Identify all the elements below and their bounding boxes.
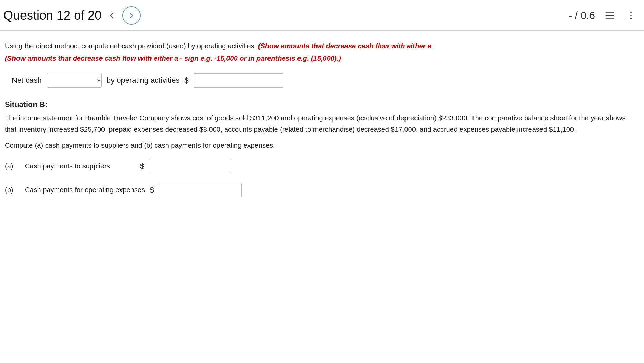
instruction-line2: (Show amounts that decrease cash flow wi… xyxy=(5,53,628,63)
net-cash-dollar: $ xyxy=(184,76,188,85)
svg-point-6 xyxy=(630,18,632,19)
part-a-dollar: $ xyxy=(140,162,144,171)
net-cash-row: Net cash provided used by operating acti… xyxy=(12,73,628,88)
instruction-line1: Using the direct method, compute net cas… xyxy=(5,41,628,51)
by-operating-label: by operating activities xyxy=(107,76,180,85)
part-a-input[interactable] xyxy=(149,159,232,173)
situation-b-title: Situation B: xyxy=(5,100,628,109)
svg-point-4 xyxy=(630,12,632,13)
svg-point-5 xyxy=(630,15,632,16)
header-right: - / 0.6 xyxy=(568,9,637,22)
instruction-red-text: (Show amounts that decrease cash flow wi… xyxy=(5,55,341,62)
part-b-input[interactable] xyxy=(159,183,242,197)
answer-row-b: (b) Cash payments for operating expenses… xyxy=(5,183,628,197)
part-a-label: (a) xyxy=(5,162,20,170)
net-cash-label: Net cash xyxy=(12,76,42,85)
content: Using the direct method, compute net cas… xyxy=(0,31,635,217)
compute-label: Compute (a) cash payments to suppliers a… xyxy=(5,141,628,149)
part-a-desc: Cash payments to suppliers xyxy=(25,162,135,170)
chevron-left-icon xyxy=(107,11,117,20)
situation-b: Situation B: The income statement for Br… xyxy=(5,100,628,197)
prev-button[interactable] xyxy=(106,9,118,22)
more-vertical-icon xyxy=(626,11,636,20)
part-b-desc: Cash payments for operating expenses xyxy=(25,186,145,194)
header-left: Question 12 of 20 xyxy=(3,6,141,25)
score-display: - / 0.6 xyxy=(568,10,595,21)
header: Question 12 of 20 - / 0.6 xyxy=(0,0,644,30)
list-icon xyxy=(605,10,615,21)
chevron-right-icon xyxy=(127,11,136,20)
list-button[interactable] xyxy=(603,9,616,22)
part-b-label: (b) xyxy=(5,186,20,194)
part-b-dollar: $ xyxy=(150,186,154,195)
more-button[interactable] xyxy=(625,9,637,22)
net-cash-dropdown[interactable]: provided used xyxy=(47,73,102,88)
question-title: Question 12 of 20 xyxy=(3,8,101,23)
next-button[interactable] xyxy=(122,6,141,25)
net-cash-input[interactable] xyxy=(194,73,283,88)
answer-row-a: (a) Cash payments to suppliers $ xyxy=(5,159,628,173)
instruction-text: Using the direct method, compute net cas… xyxy=(5,42,256,50)
instruction-red-inline: (Show amounts that decrease cash flow wi… xyxy=(258,42,431,50)
situation-b-description: The income statement for Bramble Travele… xyxy=(5,112,628,135)
